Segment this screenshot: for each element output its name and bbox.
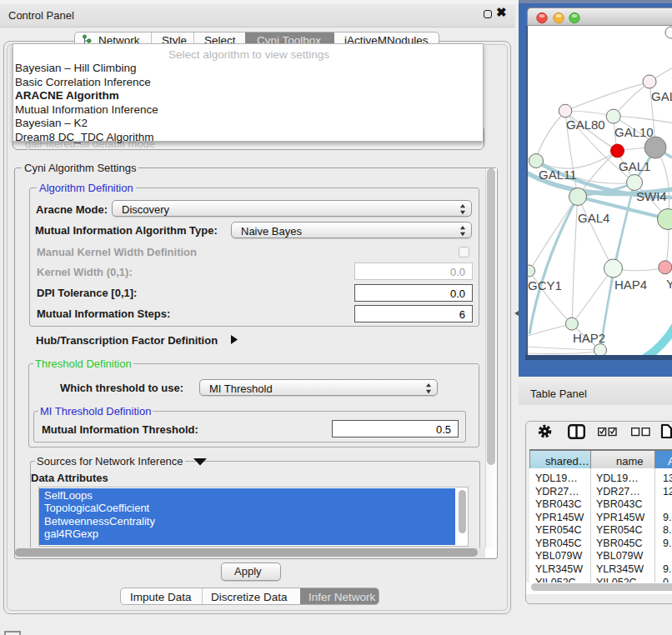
svg-text:GAL1: GAL1: [619, 159, 650, 173]
svg-text:GAL4: GAL4: [578, 211, 609, 225]
svg-text:GCY1: GCY1: [528, 278, 562, 292]
svg-text:GAL10: GAL10: [614, 125, 654, 139]
svg-text:HAP2: HAP2: [573, 331, 605, 345]
svg-text:SWI4: SWI4: [636, 189, 667, 203]
svg-text:HAP4: HAP4: [614, 278, 647, 292]
svg-text:GAL11: GAL11: [539, 168, 577, 182]
svg-text:GAL80: GAL80: [566, 118, 605, 132]
svg-text:YM: YM: [666, 277, 672, 291]
svg-text:GAL8: GAL8: [651, 89, 672, 103]
